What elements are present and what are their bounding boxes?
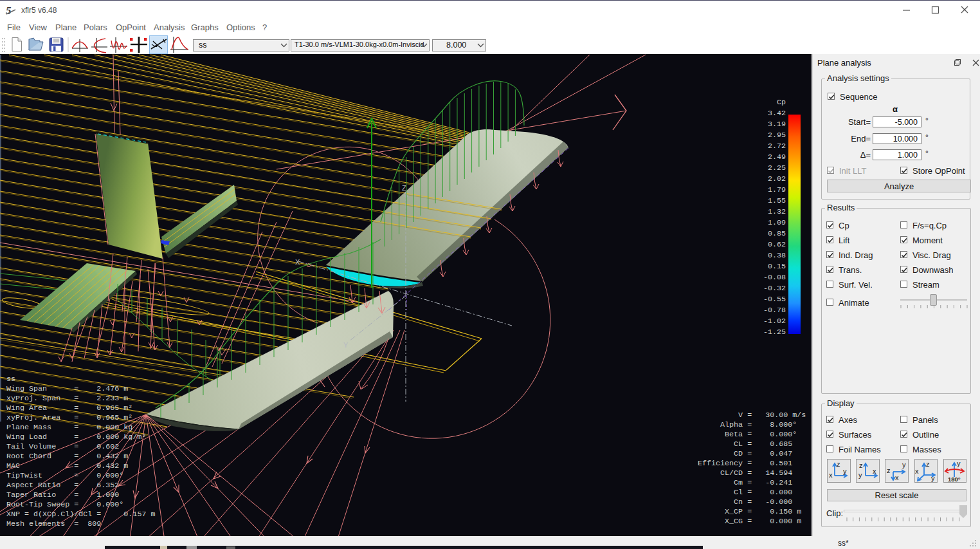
svg-text:z: z (887, 467, 891, 474)
svg-text:x: x (829, 471, 833, 479)
svg-text:y: y (902, 461, 906, 469)
svg-text:x: x (873, 467, 876, 475)
svg-text:X: X (295, 258, 300, 266)
svg-text:x: x (915, 467, 919, 475)
svg-text:z: z (926, 460, 930, 468)
svg-text:180°: 180° (948, 476, 961, 483)
svg-text:x: x (895, 474, 899, 481)
svg-text:y: y (957, 460, 961, 467)
svg-text:y: y (858, 471, 862, 479)
svg-text:Z: Z (402, 184, 406, 192)
svg-text:y: y (843, 467, 847, 475)
svg-text:z: z (859, 461, 863, 469)
svg-text:y: y (931, 474, 935, 482)
svg-text:Y: Y (343, 341, 349, 349)
svg-text:z: z (837, 460, 840, 468)
svg-text:5: 5 (6, 5, 12, 17)
